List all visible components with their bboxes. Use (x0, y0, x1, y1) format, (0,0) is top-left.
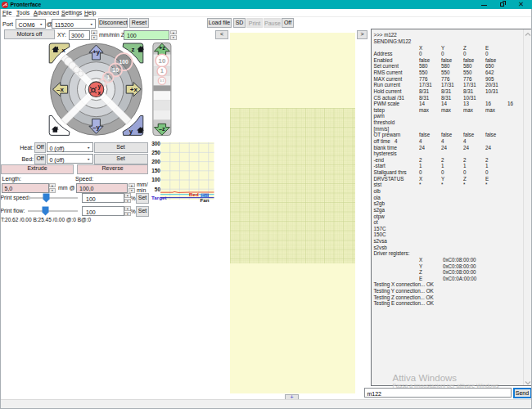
svg-text:0.1: 0.1 (160, 79, 164, 83)
svg-text:+x: +x (130, 86, 138, 93)
svg-text:x: x (98, 90, 101, 96)
svg-text:+z: +z (159, 44, 165, 52)
svg-text:1: 1 (106, 74, 110, 80)
svg-text:–z: –z (159, 125, 165, 133)
svg-text:x: x (62, 47, 66, 54)
svg-text:10: 10 (112, 67, 119, 73)
svg-text:y: y (129, 128, 133, 135)
svg-text:–y: –y (92, 124, 100, 131)
svg-text:Target: Target (151, 195, 166, 200)
svg-text:100: 100 (119, 59, 128, 65)
svg-text:y: y (98, 83, 101, 90)
svg-text:10: 10 (159, 57, 166, 65)
svg-text:Ext: Ext (201, 193, 208, 198)
svg-text:1: 1 (160, 68, 164, 74)
svg-text:Fan: Fan (201, 197, 210, 203)
svg-text:z: z (132, 46, 135, 53)
svg-text:Bed: Bed (189, 191, 199, 197)
svg-text:+y: +y (92, 48, 101, 56)
svg-text:–x: –x (56, 86, 64, 93)
